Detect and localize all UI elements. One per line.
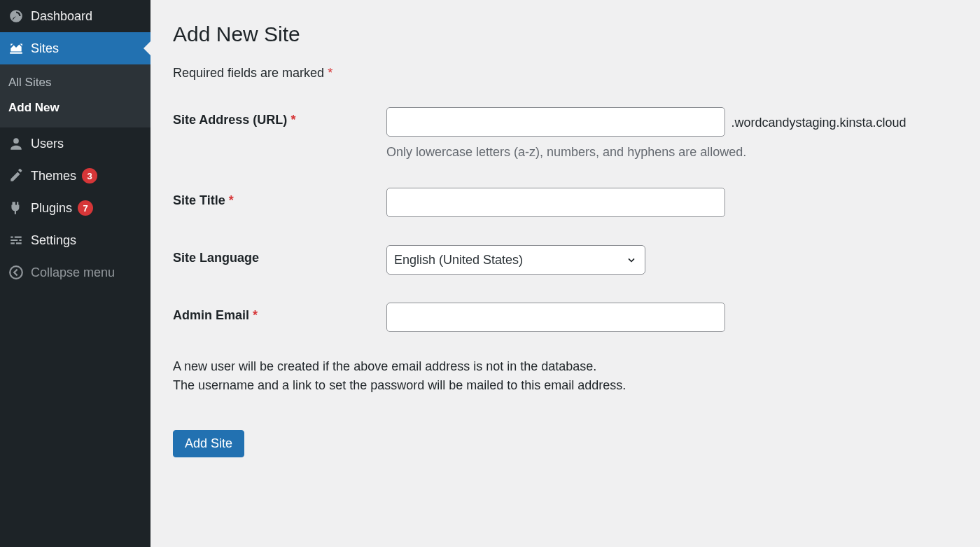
page-title: Add New Site — [173, 22, 958, 46]
dashboard-icon — [8, 8, 27, 24]
label-text: Site Title — [173, 193, 225, 207]
admin-email-description: A new user will be created if the above … — [173, 357, 958, 395]
site-address-help: Only lowercase letters (a-z), numbers, a… — [386, 145, 958, 160]
description-line1: A new user will be created if the above … — [173, 359, 596, 373]
required-fields-note: Required fields are marked * — [173, 66, 958, 81]
sidebar-item-label: Collapse menu — [31, 265, 115, 280]
themes-update-badge: 3 — [82, 168, 97, 184]
row-site-language: Site Language English (United States) — [173, 245, 958, 275]
sidebar-item-plugins[interactable]: Plugins 7 — [0, 192, 150, 224]
themes-icon — [8, 168, 27, 184]
sites-icon — [8, 41, 27, 56]
required-asterisk: * — [229, 193, 234, 207]
label-site-address: Site Address (URL) * — [173, 107, 386, 127]
collapse-icon — [8, 265, 27, 280]
settings-icon — [8, 233, 27, 248]
site-address-suffix: .wordcandystaging.kinsta.cloud — [731, 116, 906, 130]
label-text: Admin Email — [173, 308, 249, 322]
label-admin-email: Admin Email * — [173, 303, 386, 323]
label-text: Site Language — [173, 251, 259, 265]
main-content: Add New Site Required fields are marked … — [150, 0, 980, 547]
svg-point-0 — [10, 266, 22, 279]
add-site-button[interactable]: Add Site — [173, 430, 244, 457]
sidebar-submenu-sites: All Sites Add New — [0, 64, 150, 127]
site-address-input[interactable] — [386, 107, 725, 137]
sidebar-subitem-add-new[interactable]: Add New — [0, 95, 150, 120]
required-asterisk: * — [290, 113, 295, 127]
sidebar-subitem-all-sites[interactable]: All Sites — [0, 70, 150, 95]
sidebar-item-themes[interactable]: Themes 3 — [0, 160, 150, 192]
site-title-input[interactable] — [386, 188, 725, 217]
row-admin-email: Admin Email * — [173, 303, 958, 332]
sidebar-item-label: Settings — [31, 233, 76, 248]
sidebar-item-label: Plugins — [31, 201, 72, 216]
required-asterisk: * — [328, 66, 332, 80]
plugins-icon — [8, 200, 27, 216]
row-site-address: Site Address (URL) * .wordcandystaging.k… — [173, 107, 958, 160]
sidebar-item-dashboard[interactable]: Dashboard — [0, 0, 150, 32]
label-text: Site Address (URL) — [173, 113, 287, 127]
sidebar-item-users[interactable]: Users — [0, 127, 150, 160]
site-language-select[interactable]: English (United States) — [386, 245, 645, 275]
row-site-title: Site Title * — [173, 188, 958, 217]
required-note-text: Required fields are marked — [173, 66, 324, 80]
sidebar-item-sites[interactable]: Sites — [0, 32, 150, 64]
sidebar-item-label: Sites — [31, 41, 59, 56]
sidebar-item-label: Users — [31, 137, 64, 151]
required-asterisk: * — [253, 308, 258, 322]
label-site-language: Site Language — [173, 245, 386, 265]
sidebar-item-collapse[interactable]: Collapse menu — [0, 256, 150, 289]
sidebar-item-label: Dashboard — [31, 9, 92, 24]
label-site-title: Site Title * — [173, 188, 386, 208]
description-line2: The username and a link to set the passw… — [173, 378, 626, 392]
admin-sidebar: Dashboard Sites All Sites Add New Users … — [0, 0, 150, 547]
sidebar-item-label: Themes — [31, 169, 76, 184]
users-icon — [8, 136, 27, 151]
plugins-update-badge: 7 — [78, 200, 93, 216]
sidebar-item-settings[interactable]: Settings — [0, 224, 150, 256]
admin-email-input[interactable] — [386, 303, 725, 332]
